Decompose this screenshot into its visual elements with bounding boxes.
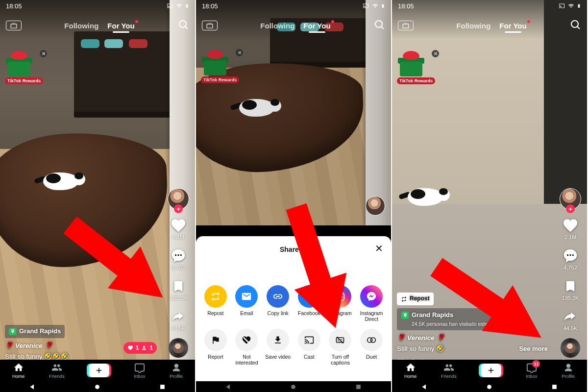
android-home-icon[interactable] — [290, 383, 297, 391]
svg-point-25 — [571, 21, 578, 27]
svg-rect-32 — [552, 385, 557, 389]
android-recent-icon[interactable] — [355, 383, 362, 391]
bookmark-button[interactable]: 135.2K — [562, 277, 579, 301]
follow-plus-icon[interactable]: + — [566, 204, 575, 213]
share-email[interactable]: Email — [232, 285, 261, 322]
comment-button[interactable]: 4,752 — [562, 247, 579, 270]
inbox-badge: 11 — [532, 360, 540, 368]
status-icons — [362, 2, 385, 9]
gift-icon — [397, 54, 425, 76]
wifi-icon — [567, 3, 575, 9]
battery-icon — [185, 2, 189, 9]
svg-point-30 — [566, 364, 570, 368]
top-bar: Following For You — [0, 15, 195, 36]
like-button[interactable]: 2.1M — [562, 217, 579, 240]
sheet-close-button[interactable]: ✕ — [375, 243, 383, 254]
nav-profile[interactable]: Profile — [562, 362, 575, 379]
svg-point-0 — [179, 21, 186, 27]
nav-inbox[interactable]: Inbox — [134, 362, 145, 379]
android-back-icon[interactable] — [29, 383, 36, 391]
battery-icon — [381, 2, 385, 9]
author-avatar[interactable]: + — [560, 188, 581, 210]
svg-point-29 — [572, 254, 574, 256]
feed-tabs: Following For You — [260, 22, 330, 30]
location-pin-icon — [9, 328, 16, 335]
android-home-icon[interactable] — [486, 383, 493, 391]
notification-dot — [331, 20, 334, 23]
status-icons — [558, 2, 581, 9]
share-instagram-direct[interactable]: Instagram Direct — [357, 285, 386, 322]
screenshot-3: 18:05 Following For You ✕ TikTok Rewards… — [392, 0, 588, 392]
tutorial-arrow-icon — [274, 191, 358, 340]
sound-disc[interactable] — [561, 338, 580, 358]
android-recent-icon[interactable] — [159, 383, 166, 391]
tab-following[interactable]: Following — [64, 22, 98, 30]
nav-create[interactable] — [481, 364, 501, 377]
bottom-nav: Home Friends Inbox11 Profile — [392, 360, 587, 381]
notification-dot — [527, 20, 530, 23]
nav-inbox[interactable]: Inbox11 — [526, 362, 537, 379]
android-nav-bar — [196, 381, 391, 392]
share-button[interactable]: 44.5K — [562, 308, 579, 331]
screenshot-1: 18:05 Following For You ✕ TikTok Rewards… — [0, 0, 196, 392]
action-rail: + 2.1M 4,752 135.2K 44.5K — [558, 188, 583, 358]
gift-icon — [5, 54, 33, 76]
tab-for-you[interactable]: For You — [499, 22, 526, 30]
nav-friends[interactable]: Friends — [441, 362, 457, 379]
live-button[interactable] — [6, 21, 22, 30]
live-button[interactable] — [398, 21, 414, 30]
tutorial-arrow-icon — [54, 206, 181, 316]
android-recent-icon[interactable] — [551, 383, 558, 391]
tab-following[interactable]: Following — [456, 22, 490, 30]
search-button[interactable] — [373, 19, 385, 32]
nav-profile[interactable]: Profile — [170, 362, 183, 379]
svg-line-11 — [381, 26, 384, 29]
search-button[interactable] — [569, 19, 581, 32]
bottom-nav: Home Friends Inbox Profile — [0, 360, 195, 381]
location-pin-icon — [401, 312, 409, 319]
android-home-icon[interactable] — [94, 383, 101, 391]
status-time: 18:05 — [202, 2, 218, 10]
tab-following[interactable]: Following — [260, 22, 294, 30]
author-avatar[interactable] — [366, 196, 385, 216]
cast-status-icon — [362, 3, 369, 9]
android-back-icon[interactable] — [421, 383, 428, 391]
status-time: 18:05 — [398, 2, 414, 10]
tab-for-you[interactable]: For You — [303, 22, 330, 30]
like-notification-bubble[interactable]: 1 1 — [123, 342, 157, 354]
live-button[interactable] — [202, 21, 218, 30]
nav-friends[interactable]: Friends — [49, 362, 65, 379]
svg-point-5 — [174, 364, 178, 368]
android-back-icon[interactable] — [225, 383, 232, 391]
svg-point-21 — [292, 385, 296, 389]
svg-point-28 — [569, 254, 571, 256]
notification-dot — [135, 20, 138, 23]
tiktok-rewards-promo[interactable]: ✕ TikTok Rewards — [397, 54, 435, 84]
action-not-interested[interactable]: Not interested — [232, 329, 261, 366]
search-button[interactable] — [177, 19, 189, 32]
screenshot-2: 18:05 Following For You ✕ TikTok Rewards… — [196, 0, 392, 392]
nav-create[interactable] — [89, 364, 109, 377]
svg-point-20 — [370, 338, 375, 343]
share-repost[interactable]: Repost — [201, 285, 230, 322]
android-nav-bar — [392, 381, 587, 392]
action-duet[interactable]: Duet — [357, 329, 386, 366]
nav-home[interactable]: Home — [404, 362, 416, 379]
feed-tabs: Following For You — [64, 22, 134, 30]
svg-rect-7 — [160, 385, 165, 389]
nav-home[interactable]: Home — [12, 362, 24, 379]
location-pill[interactable]: Grand Rapids — [5, 325, 65, 338]
svg-point-27 — [567, 254, 568, 256]
battery-icon — [577, 2, 581, 9]
tiktok-rewards-promo[interactable]: ✕ TikTok Rewards — [5, 54, 43, 84]
status-bar: 18:05 — [196, 0, 391, 12]
android-nav-bar — [0, 381, 195, 392]
status-bar: 18:05 — [0, 0, 195, 12]
status-bar: 18:05 — [392, 0, 587, 12]
svg-point-31 — [488, 385, 492, 389]
status-time: 18:05 — [6, 2, 22, 10]
tab-for-you[interactable]: For You — [107, 22, 134, 30]
action-report[interactable]: Report — [201, 329, 230, 366]
sound-disc[interactable] — [169, 338, 188, 358]
svg-line-26 — [577, 26, 580, 29]
